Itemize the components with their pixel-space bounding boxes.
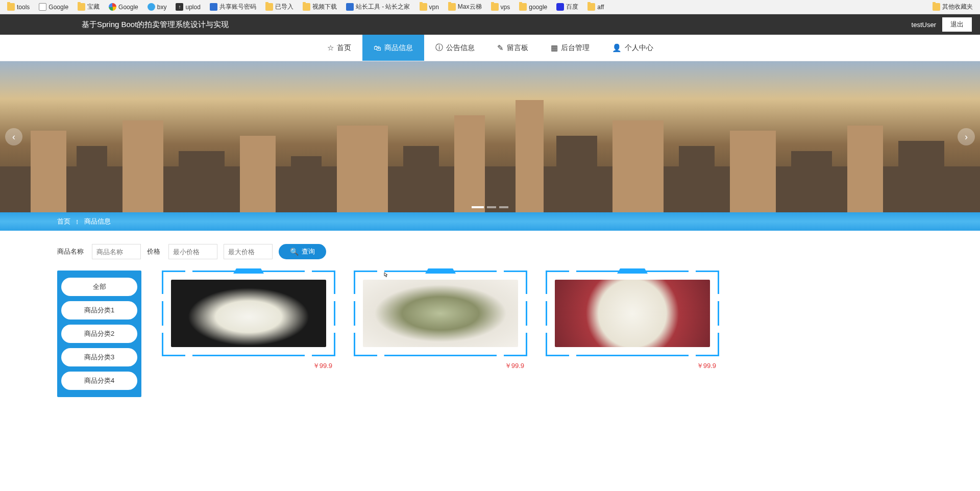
username-label: testUser [912, 21, 936, 29]
nav-label: 个人中心 [625, 43, 653, 53]
breadcrumb-home[interactable]: 首页 [57, 217, 70, 226]
carousel-next-button[interactable]: › [958, 128, 975, 145]
nav-item[interactable]: ☆首页 [316, 35, 362, 61]
nav-item[interactable]: ▦后台管理 [540, 35, 601, 61]
bookmark-item[interactable]: vpn [416, 2, 442, 12]
nav-label: 后台管理 [561, 43, 590, 53]
product-frame [354, 271, 527, 356]
app-title: 基于Spring Boot的拍卖管理系统设计与实现 [82, 20, 229, 30]
min-price-input[interactable] [168, 244, 217, 259]
bookmark-label: 站长工具 - 站长之家 [356, 3, 410, 11]
svg-rect-10 [516, 100, 544, 212]
carousel-dot[interactable] [499, 206, 508, 208]
bookmark-item[interactable]: 视频下载 [300, 2, 340, 12]
product-card[interactable]: ￥99.9 [546, 271, 719, 371]
bookmark-label: google [529, 4, 547, 11]
svg-rect-16 [847, 126, 883, 212]
nav-icon: ▦ [551, 43, 558, 53]
bookmark-item[interactable]: 宝藏 [75, 2, 103, 12]
bookmark-label: 宝藏 [87, 3, 100, 11]
bookmark-item[interactable]: tools [4, 2, 33, 12]
carousel-prev-button[interactable]: ‹ [5, 128, 22, 145]
bookmark-label: 已导入 [275, 3, 293, 11]
search-button-label: 查询 [302, 247, 315, 256]
svg-rect-12 [612, 120, 664, 212]
bookmark-label: 百度 [566, 3, 578, 11]
bookmark-item[interactable]: 百度 [553, 2, 581, 12]
bookmark-item[interactable]: 共享账号密码 [207, 2, 259, 12]
carousel-dot[interactable] [472, 206, 484, 208]
category-item[interactable]: 商品分类4 [61, 372, 137, 390]
nav-icon: 🛍 [374, 43, 381, 52]
nav-icon: ☆ [327, 43, 334, 53]
bookmark-item[interactable]: bxy [144, 2, 170, 12]
carousel-dot[interactable] [487, 206, 496, 208]
product-frame [546, 271, 719, 356]
product-price: ￥99.9 [546, 361, 719, 371]
bookmark-item[interactable]: ↑uplod [173, 2, 203, 12]
bookmark-label: vps [501, 4, 510, 11]
svg-rect-7 [337, 126, 388, 212]
bookmark-label: bxy [157, 4, 167, 11]
nav-item[interactable]: ⓘ公告信息 [424, 35, 486, 61]
svg-rect-6 [291, 156, 322, 212]
svg-rect-4 [179, 151, 225, 212]
bookmark-label: Max云梯 [458, 3, 482, 11]
logout-button[interactable]: 退出 [942, 17, 972, 32]
search-button[interactable]: 🔍 查询 [279, 244, 326, 259]
svg-rect-3 [122, 120, 163, 212]
category-item[interactable]: 商品分类2 [61, 325, 137, 343]
bookmark-label: Google [118, 4, 138, 11]
bookmark-item[interactable]: google [516, 2, 550, 12]
product-card[interactable]: ￥99.9 [162, 271, 335, 371]
svg-rect-15 [791, 151, 832, 212]
nav-item[interactable]: ✎留言板 [486, 35, 540, 61]
bookmark-other-folder[interactable]: 其他收藏夹 [929, 2, 976, 12]
bookmark-label: vpn [429, 4, 439, 11]
bookmark-item[interactable]: Max云梯 [445, 2, 485, 12]
bookmark-item[interactable]: 站长工具 - 站长之家 [343, 2, 413, 12]
bookmark-label: uplod [185, 4, 200, 11]
bookmark-label: Google [48, 4, 68, 11]
skyline-decor [0, 100, 980, 212]
bookmarks-bar: toolsGoogle宝藏Googlebxy↑uplod共享账号密码已导入视频下… [0, 0, 980, 14]
bookmark-label: 视频下载 [312, 3, 337, 11]
product-price: ￥99.9 [162, 361, 335, 371]
bookmark-item[interactable]: Google [106, 2, 141, 12]
product-image [171, 280, 326, 347]
name-label: 商品名称 [57, 247, 84, 256]
nav-item[interactable]: 👤个人中心 [601, 35, 665, 61]
svg-rect-13 [679, 146, 715, 212]
svg-rect-14 [730, 131, 776, 212]
svg-rect-8 [403, 146, 439, 212]
category-item[interactable]: 全部 [61, 278, 137, 296]
breadcrumb-current: 商品信息 [84, 217, 111, 226]
nav-label: 留言板 [507, 43, 528, 53]
nav-item[interactable]: 🛍商品信息 [362, 35, 424, 61]
breadcrumb-sep: ⫶ [76, 218, 79, 226]
product-frame [162, 271, 335, 356]
content-row: 全部商品分类1商品分类2商品分类3商品分类4 ￥99.9￥99.9￥99.9 [0, 271, 980, 418]
bookmark-item[interactable]: Google [36, 2, 71, 12]
bookmark-item[interactable]: 已导入 [262, 2, 297, 12]
max-price-input[interactable] [224, 244, 273, 259]
category-item[interactable]: 商品分类3 [61, 348, 137, 366]
search-icon: 🔍 [290, 248, 299, 256]
svg-rect-1 [31, 131, 66, 212]
product-name-input[interactable] [92, 244, 141, 259]
nav-icon: ✎ [497, 43, 504, 53]
product-row: ￥99.9￥99.9￥99.9 [162, 271, 719, 371]
bookmark-label: aff [597, 4, 604, 11]
category-item[interactable]: 商品分类1 [61, 301, 137, 320]
bookmark-label: 共享账号密码 [219, 3, 256, 11]
carousel-dots [472, 206, 508, 208]
breadcrumb: 首页 ⫶ 商品信息 [0, 212, 980, 231]
nav-label: 商品信息 [384, 43, 413, 53]
svg-rect-5 [240, 136, 276, 212]
bookmark-item[interactable]: vps [488, 2, 513, 12]
bookmark-item[interactable]: aff [584, 2, 607, 12]
product-card[interactable]: ￥99.9 [354, 271, 527, 371]
nav-label: 首页 [337, 43, 351, 53]
carousel: ‹ › [0, 61, 980, 212]
nav-icon: 👤 [612, 43, 622, 53]
